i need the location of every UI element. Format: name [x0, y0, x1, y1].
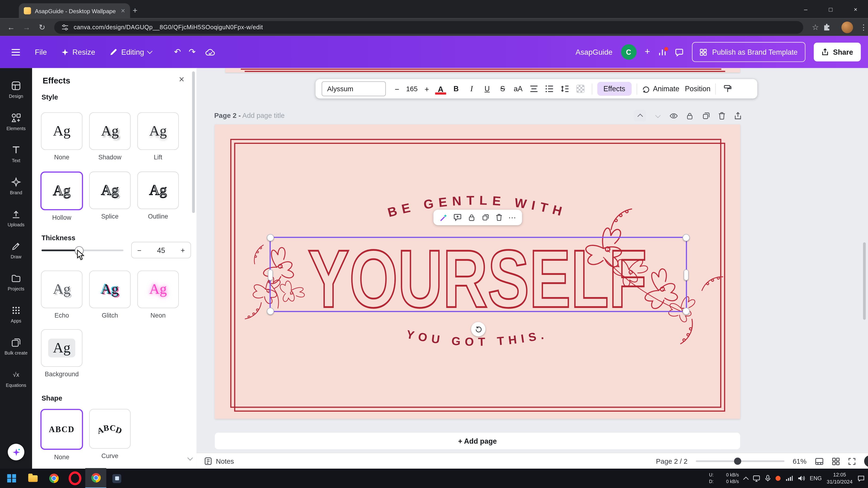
share-button[interactable]: Share — [814, 43, 861, 62]
main-menu-button[interactable] — [11, 48, 21, 56]
taskbar-opera[interactable] — [64, 469, 85, 488]
effect-card-background[interactable]: Ag Background — [41, 329, 82, 377]
forward-button[interactable]: → — [19, 23, 34, 32]
assistant-button[interactable] — [8, 444, 24, 460]
text-case-button[interactable]: aA — [512, 85, 525, 93]
save-status-button[interactable] — [206, 48, 216, 56]
thickness-minus-button[interactable]: − — [137, 246, 142, 254]
editing-mode-button[interactable]: Editing — [110, 48, 152, 56]
bold-button[interactable]: B — [450, 85, 463, 93]
shape-card-curve[interactable]: ABCD Curve — [90, 409, 130, 460]
duplicate-element-button[interactable] — [482, 214, 489, 221]
zoom-value[interactable]: 61% — [793, 457, 807, 465]
page-title-input[interactable]: Add page title — [242, 112, 284, 120]
file-menu-button[interactable]: File — [35, 48, 47, 56]
sidebar-item-elements[interactable]: Elements — [0, 106, 32, 138]
font-size-increase-button[interactable]: + — [422, 85, 432, 93]
redo-button[interactable]: ↷ — [189, 47, 196, 57]
bookmark-star-icon[interactable]: ☆ — [808, 23, 823, 32]
strikethrough-button[interactable]: S — [496, 85, 509, 93]
thickness-plus-button[interactable]: + — [181, 246, 185, 254]
taskbar-file-explorer[interactable] — [22, 469, 43, 488]
effect-card-outline[interactable]: Ag Outline — [138, 172, 178, 221]
fullscreen-button[interactable] — [848, 457, 856, 465]
more-options-button[interactable]: ⋯ — [508, 213, 516, 222]
add-member-button[interactable]: + — [645, 46, 650, 58]
sidebar-item-draw[interactable]: Draw — [0, 234, 32, 266]
sidebar-item-uploads[interactable]: Uploads — [0, 202, 32, 234]
effect-card-echo[interactable]: Ag Echo — [41, 271, 82, 319]
font-size-value[interactable]: 165 — [404, 85, 420, 93]
notes-button[interactable]: Notes — [204, 457, 234, 465]
undo-button[interactable]: ↶ — [174, 47, 181, 57]
hide-page-button[interactable] — [669, 111, 678, 120]
effect-card-glitch[interactable]: Ag Glitch — [90, 271, 130, 319]
publish-brand-template-button[interactable]: Publish as Brand Template — [692, 42, 805, 62]
zoom-slider[interactable] — [696, 460, 784, 462]
zoom-slider-thumb[interactable] — [734, 457, 741, 465]
duplicate-page-button[interactable] — [702, 111, 710, 120]
browser-profile-avatar[interactable] — [841, 21, 853, 33]
underline-button[interactable]: U — [480, 85, 494, 93]
sidebar-item-equations[interactable]: √x Equations — [0, 362, 32, 394]
back-button[interactable]: ← — [3, 23, 19, 32]
selection-box[interactable] — [270, 237, 687, 312]
sidebar-item-brand[interactable]: Brand — [0, 170, 32, 202]
font-size-decrease-button[interactable]: − — [392, 85, 402, 93]
move-page-up-button[interactable] — [634, 110, 646, 122]
add-page-button[interactable]: + Add page — [215, 432, 740, 449]
browser-menu-icon[interactable]: ⋮ — [856, 23, 868, 32]
resize-handle-right[interactable] — [684, 269, 688, 281]
resize-handle-top-left[interactable] — [267, 234, 274, 241]
tray-mic-button[interactable] — [765, 475, 770, 482]
page-1-preview[interactable] — [225, 68, 740, 73]
reload-button[interactable]: ↻ — [34, 23, 50, 32]
effect-card-none[interactable]: Ag None — [41, 112, 82, 160]
effect-card-hollow[interactable]: Ag Hollow — [41, 172, 82, 221]
list-button[interactable] — [542, 85, 556, 92]
sidebar-item-design[interactable]: Design — [0, 73, 32, 106]
tab-close-icon[interactable]: × — [121, 7, 125, 15]
thickness-value[interactable]: 45 — [157, 246, 165, 254]
sidebar-item-text[interactable]: Text — [0, 138, 32, 170]
sidebar-item-bulk-create[interactable]: Bulk create — [0, 330, 32, 362]
effect-card-neon[interactable]: Ag Neon — [138, 271, 178, 319]
transparency-button[interactable] — [574, 85, 587, 93]
browser-tab[interactable]: AsapGuide - Desktop Wallpape × — [19, 3, 130, 18]
language-indicator[interactable]: ENG — [810, 475, 822, 481]
sidebar-item-apps[interactable]: Apps — [0, 298, 32, 330]
text-color-button[interactable]: A — [434, 85, 447, 93]
taskbar-chrome-active[interactable] — [85, 468, 106, 488]
effect-card-lift[interactable]: Ag Lift — [138, 112, 178, 160]
pages-view-button[interactable] — [815, 457, 824, 465]
grid-view-button[interactable] — [832, 457, 840, 465]
spacing-button[interactable] — [558, 85, 571, 92]
font-selector[interactable]: Alyssum — [322, 81, 386, 96]
delete-page-button[interactable] — [717, 111, 726, 120]
export-page-button[interactable] — [734, 111, 743, 120]
action-center-button[interactable] — [857, 475, 865, 482]
tray-network-button[interactable] — [785, 475, 793, 481]
window-minimize-button[interactable]: – — [793, 0, 818, 18]
new-tab-button[interactable]: + — [129, 4, 141, 16]
resize-handle-top-right[interactable] — [683, 234, 690, 241]
resize-button[interactable]: Resize — [61, 48, 95, 56]
user-avatar[interactable]: C — [621, 44, 637, 60]
effect-card-shadow[interactable]: Ag Shadow — [90, 112, 130, 160]
shape-card-none[interactable]: ABCD None — [41, 409, 82, 460]
window-maximize-button[interactable]: □ — [818, 0, 843, 18]
alignment-button[interactable] — [527, 85, 540, 92]
taskbar-clock[interactable]: 12:05 31/10/2024 — [827, 471, 852, 485]
taskbar-app[interactable] — [106, 469, 127, 488]
italic-button[interactable]: I — [465, 85, 478, 93]
copy-style-button[interactable] — [721, 85, 734, 93]
animate-button[interactable]: Animate — [642, 85, 679, 93]
move-page-down-button[interactable] — [653, 111, 662, 120]
resize-handle-left[interactable] — [268, 269, 273, 281]
rotate-handle[interactable] — [471, 322, 486, 336]
position-button[interactable]: Position — [685, 85, 711, 93]
account-name[interactable]: AsapGuide — [576, 48, 613, 56]
effects-button[interactable]: Effects — [597, 82, 631, 96]
comment-button[interactable] — [454, 214, 462, 221]
address-bar[interactable]: canva.com/design/DAGUQp__8G0/QFjcMiH5SOo… — [54, 21, 803, 33]
